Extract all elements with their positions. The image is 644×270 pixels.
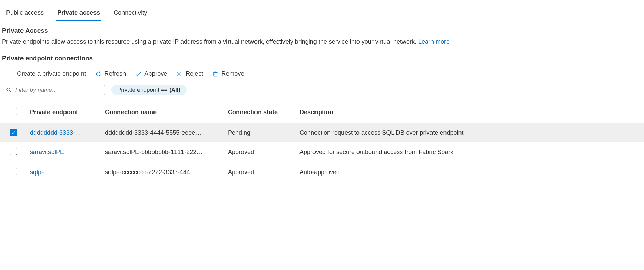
filter-pill-prefix: Private endpoint == [117,87,169,93]
x-icon [176,71,183,77]
filter-by-name-searchbox[interactable] [3,85,105,95]
private-endpoint-connections-title: Private endpoint connections [2,55,639,62]
table-row[interactable]: sqlpe sqlpe-cccccccc-2222-3333-444… Appr… [0,162,644,182]
column-header-description[interactable]: Description [299,109,644,116]
private-endpoint-link[interactable]: sqlpe [30,169,45,176]
table-row[interactable]: saravi.sqlPE saravi.sqlPE-bbbbbbbb-1111-… [0,142,644,162]
approve-button[interactable]: Approve [131,69,171,79]
refresh-icon [95,71,102,77]
remove-button[interactable]: Remove [208,69,248,79]
select-all-checkbox[interactable] [10,108,17,115]
checkmark-icon [11,130,16,135]
connection-state-cell: Approved [228,149,254,155]
trash-icon [212,71,219,77]
plus-icon [8,71,14,77]
description-cell: Connection request to access SQL DB over… [299,129,464,136]
column-header-connection-state[interactable]: Connection state [228,109,299,116]
description-cell: Auto-approved [299,169,340,176]
row-checkbox[interactable] [10,168,17,175]
svg-rect-4 [214,72,217,76]
search-icon [6,87,12,93]
refresh-button[interactable]: Refresh [91,69,129,79]
tab-connectivity[interactable]: Connectivity [112,7,148,21]
reject-label: Reject [186,70,203,77]
connection-state-cell: Approved [228,169,254,176]
reject-button[interactable]: Reject [173,69,206,79]
learn-more-link[interactable]: Learn more [418,38,450,45]
connection-name-cell: sqlpe-cccccccc-2222-3333-444… [105,169,196,176]
private-access-title: Private Access [2,27,639,34]
svg-point-9 [7,88,10,91]
row-checkbox[interactable] [10,129,17,136]
approve-label: Approve [144,70,167,77]
table-row[interactable]: dddddddd-3333-… dddddddd-3333-4444-5555-… [0,123,644,142]
filter-by-name-input[interactable] [15,87,102,93]
tab-private-access[interactable]: Private access [56,7,101,21]
column-header-private-endpoint[interactable]: Private endpoint [30,109,105,116]
create-private-endpoint-button[interactable]: Create a private endpoint [4,69,89,79]
row-checkbox[interactable] [10,148,17,155]
private-access-description-text: Private endpoints allow access to this r… [2,38,418,45]
tabs-bar: Public access Private access Connectivit… [0,3,644,21]
refresh-label: Refresh [104,70,126,77]
connection-name-cell: dddddddd-3333-4444-5555-eeee… [105,129,201,136]
column-header-connection-name[interactable]: Connection name [105,109,228,116]
connection-name-cell: saravi.sqlPE-bbbbbbbb-1111-222… [105,149,203,155]
filter-pill-value: (All) [169,87,180,93]
svg-line-10 [10,91,11,92]
table-header-row: Private endpoint Connection name Connect… [0,105,644,123]
tab-public-access[interactable]: Public access [5,7,45,21]
private-endpoint-link[interactable]: saravi.sqlPE [30,149,64,155]
private-endpoint-link[interactable]: dddddddd-3333-… [30,129,81,136]
private-access-description: Private endpoints allow access to this r… [2,37,639,46]
remove-label: Remove [221,70,244,77]
create-private-endpoint-label: Create a private endpoint [17,70,86,77]
description-cell: Approved for secure outbound access from… [299,149,453,155]
check-icon [135,71,142,77]
connections-toolbar: Create a private endpoint Refresh Approv… [0,67,644,82]
connections-table: Private endpoint Connection name Connect… [0,105,644,182]
private-endpoint-filter-pill[interactable]: Private endpoint == (All) [111,85,187,95]
connection-state-cell: Pending [228,129,250,136]
